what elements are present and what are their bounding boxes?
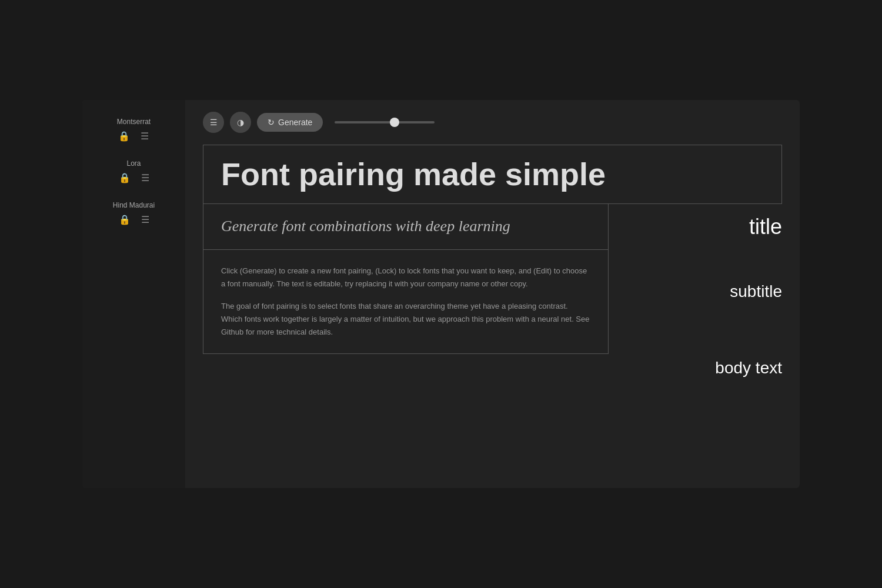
- body-paragraph-2: The goal of font pairing is to select fo…: [221, 300, 590, 339]
- sidebar-font-group-hind: Hind Madurai 🔒 ☰: [113, 201, 155, 225]
- sidebar-font-name-montserrat: Montserrat: [117, 118, 151, 126]
- list-icon: ☰: [210, 118, 218, 127]
- sidebar-font-name-lora: Lora: [126, 159, 141, 168]
- generate-button[interactable]: ↻ Generate: [257, 113, 323, 132]
- main-content: ☰ ◑ ↻ Generate Font pairing made simple …: [185, 100, 800, 488]
- label-body: body text: [715, 359, 782, 377]
- font-display: Font pairing made simple Generate font c…: [203, 145, 782, 470]
- label-subtitle: subtitle: [730, 282, 782, 301]
- contrast-button[interactable]: ◑: [230, 112, 251, 133]
- generate-label: Generate: [278, 118, 312, 127]
- sidebar-font-icons-montserrat: 🔒 ☰: [118, 131, 149, 142]
- slider-container: [335, 121, 435, 123]
- sidebar-font-icons-hind: 🔒 ☰: [119, 214, 149, 225]
- lock-icon-lora[interactable]: 🔒: [119, 172, 131, 183]
- edit-icon-montserrat[interactable]: ☰: [141, 131, 149, 142]
- title-text[interactable]: Font pairing made simple: [221, 157, 764, 192]
- contrast-icon: ◑: [237, 118, 244, 127]
- slider-track: [335, 121, 435, 123]
- body-paragraph-1: Click (Generate) to create a new font pa…: [221, 265, 590, 290]
- body-text[interactable]: Click (Generate) to create a new font pa…: [221, 265, 590, 339]
- sidebar-font-name-hind: Hind Madurai: [113, 201, 155, 209]
- app-container: Montserrat 🔒 ☰ Lora 🔒 ☰ Hind Madurai 🔒 ☰: [82, 100, 800, 488]
- sidebar-font-group-montserrat: Montserrat 🔒 ☰: [117, 118, 151, 142]
- edit-icon-lora[interactable]: ☰: [141, 172, 149, 183]
- subtitle-section: Generate font combinations with deep lea…: [203, 204, 609, 249]
- sidebar: Montserrat 🔒 ☰ Lora 🔒 ☰ Hind Madurai 🔒 ☰: [82, 100, 185, 488]
- slider-thumb[interactable]: [390, 118, 399, 127]
- subtitle-text[interactable]: Generate font combinations with deep lea…: [221, 216, 590, 237]
- label-title: title: [749, 215, 782, 239]
- body-section: Click (Generate) to create a new font pa…: [203, 250, 609, 354]
- lock-icon-montserrat[interactable]: 🔒: [118, 131, 130, 142]
- toolbar: ☰ ◑ ↻ Generate: [203, 112, 782, 133]
- sidebar-font-icons-lora: 🔒 ☰: [119, 172, 149, 183]
- lock-icon-hind[interactable]: 🔒: [119, 214, 131, 225]
- list-button[interactable]: ☰: [203, 112, 224, 133]
- title-section: Font pairing made simple: [203, 145, 782, 204]
- refresh-icon: ↻: [268, 118, 275, 127]
- edit-icon-hind[interactable]: ☰: [141, 214, 149, 225]
- sidebar-font-group-lora: Lora 🔒 ☰: [119, 159, 149, 183]
